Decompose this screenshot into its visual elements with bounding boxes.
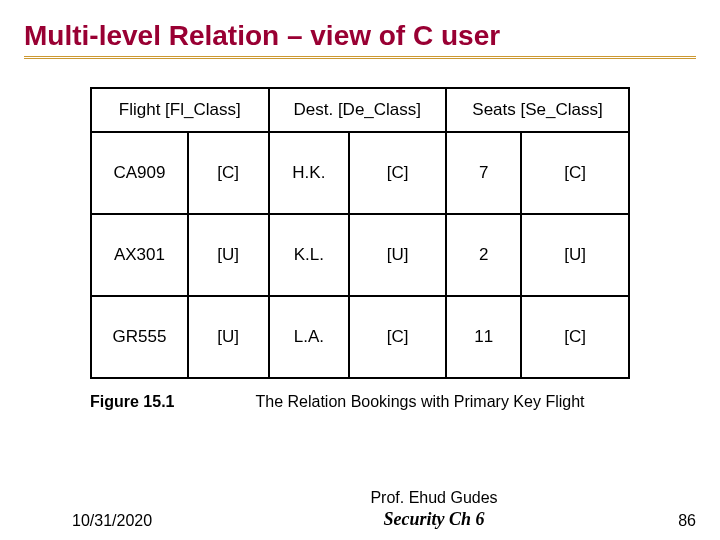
cell-seats: 7 xyxy=(446,132,521,214)
cell-flight: AX301 xyxy=(91,214,188,296)
cell-dest: H.K. xyxy=(269,132,350,214)
figure-text: The Relation Bookings with Primary Key F… xyxy=(210,393,630,411)
footer-date: 10/31/2020 xyxy=(72,512,232,530)
col-header-flight: Flight [Fl_Class] xyxy=(91,88,269,132)
figure-caption: Figure 15.1 The Relation Bookings with P… xyxy=(90,393,630,411)
relation-table-wrap: Flight [Fl_Class] Dest. [De_Class] Seats… xyxy=(90,87,630,379)
cell-se-class: [C] xyxy=(521,132,629,214)
cell-fl-class: [U] xyxy=(188,296,269,378)
cell-fl-class: [U] xyxy=(188,214,269,296)
cell-flight: GR555 xyxy=(91,296,188,378)
col-header-dest: Dest. [De_Class] xyxy=(269,88,447,132)
cell-dest: L.A. xyxy=(269,296,350,378)
cell-seats: 2 xyxy=(446,214,521,296)
title-underline xyxy=(0,56,720,59)
table-row: GR555 [U] L.A. [C] 11 [C] xyxy=(91,296,629,378)
figure-label: Figure 15.1 xyxy=(90,393,210,411)
col-header-seats: Seats [Se_Class] xyxy=(446,88,629,132)
footer-course: Security Ch 6 xyxy=(232,508,636,531)
footer-page-number: 86 xyxy=(636,512,696,530)
cell-dest: K.L. xyxy=(269,214,350,296)
cell-se-class: [U] xyxy=(521,214,629,296)
cell-flight: CA909 xyxy=(91,132,188,214)
table-header-row: Flight [Fl_Class] Dest. [De_Class] Seats… xyxy=(91,88,629,132)
cell-se-class: [C] xyxy=(521,296,629,378)
footer-prof: Prof. Ehud Gudes xyxy=(232,488,636,508)
cell-seats: 11 xyxy=(446,296,521,378)
table-row: AX301 [U] K.L. [U] 2 [U] xyxy=(91,214,629,296)
relation-table: Flight [Fl_Class] Dest. [De_Class] Seats… xyxy=(90,87,630,379)
cell-de-class: [C] xyxy=(349,296,446,378)
footer-center: Prof. Ehud Gudes Security Ch 6 xyxy=(232,488,636,531)
cell-fl-class: [C] xyxy=(188,132,269,214)
cell-de-class: [U] xyxy=(349,214,446,296)
slide-title: Multi-level Relation – view of C user xyxy=(0,0,720,58)
slide-footer: 10/31/2020 Prof. Ehud Gudes Security Ch … xyxy=(0,488,720,531)
cell-de-class: [C] xyxy=(349,132,446,214)
table-row: CA909 [C] H.K. [C] 7 [C] xyxy=(91,132,629,214)
